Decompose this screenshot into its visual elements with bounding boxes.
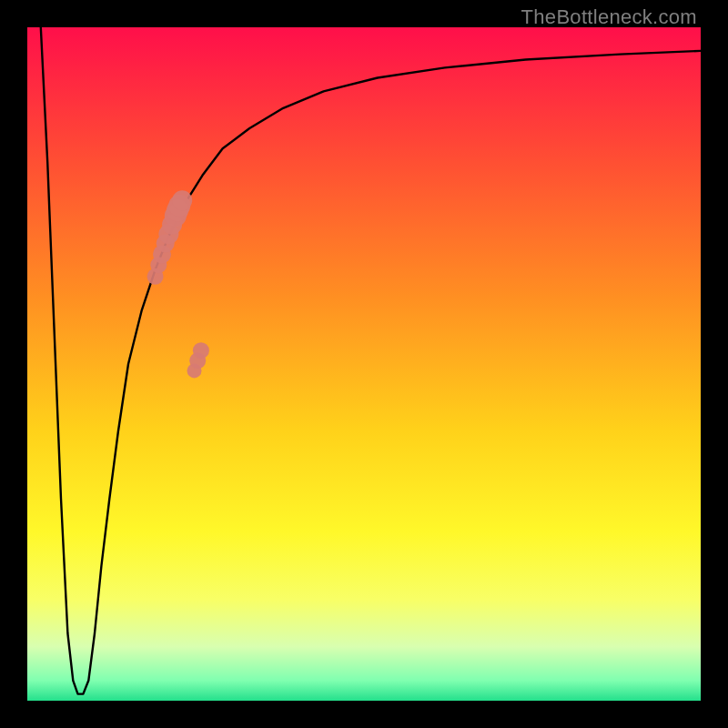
plot-area	[27, 27, 701, 701]
watermark-text: TheBottleneck.com	[521, 5, 697, 29]
chart-frame: TheBottleneck.com	[0, 0, 728, 728]
highlight-dot	[172, 190, 192, 210]
chart-curve-layer	[27, 27, 701, 701]
highlight-cluster	[147, 190, 209, 378]
bottleneck-curve	[41, 27, 701, 694]
highlight-dot	[193, 342, 209, 359]
